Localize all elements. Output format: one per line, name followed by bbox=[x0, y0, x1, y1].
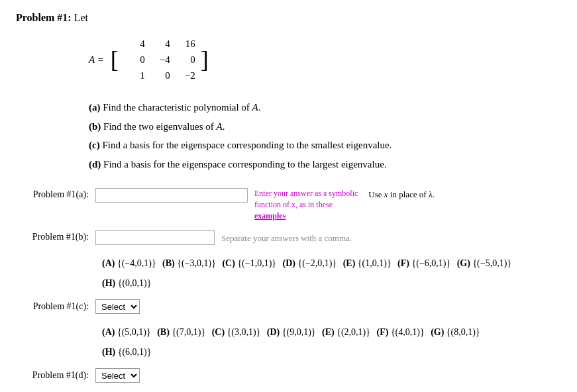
matrix-cell: 0 bbox=[182, 54, 195, 66]
problem-1a-row: Problem #1(a): Enter your answer as a sy… bbox=[16, 188, 561, 221]
choice-d-C: (C) {(3,0,1)} bbox=[212, 327, 261, 337]
part-d-desc: (d) Find a basis for the eigenspace corr… bbox=[89, 155, 561, 174]
problem-1c-label: Problem #1(c): bbox=[16, 301, 95, 312]
choices-c-section: (A) {(−4,0,1)} (B) {(−3,0,1)} (C) {(−1,0… bbox=[102, 254, 561, 293]
choice-d-H: (H) {(6,0,1)} bbox=[102, 347, 151, 357]
part-a-desc: (a) Find the characteristic polynomial o… bbox=[89, 98, 561, 117]
matrix-cell: 0 bbox=[132, 54, 145, 66]
problem-1a-content: Enter your answer as a symbolic function… bbox=[95, 188, 561, 221]
choice-c-A: (A) {(−4,0,1)} bbox=[102, 258, 156, 268]
part-c-desc: (c) Find a basis for the eigenspace corr… bbox=[89, 136, 561, 155]
problem-1d-select[interactable]: Select A B C D E F G H bbox=[95, 368, 140, 383]
problem-1b-input[interactable] bbox=[95, 230, 215, 245]
choice-c-B: (B) {(−3,0,1)} bbox=[162, 258, 216, 268]
choices-c-line2: (H) {(0,0,1)} bbox=[102, 274, 561, 293]
choices-d-line1: (A) {(5,0,1)} (B) {(7,0,1)} (C) {(3,0,1)… bbox=[102, 323, 561, 342]
bracket-left bbox=[111, 48, 119, 72]
choice-c-D: (D) {(−2,0,1)} bbox=[283, 258, 337, 268]
matrix-cell: −2 bbox=[182, 70, 195, 81]
problem-1a-hint: Enter your answer as a symbolic function… bbox=[254, 188, 358, 221]
part-b-desc: (b) Find the two eigenvalues of A. bbox=[89, 117, 561, 136]
problem-1b-label: Problem #1(b): bbox=[16, 230, 95, 242]
problem-1b-row: Problem #1(b): Separate your answers wit… bbox=[16, 230, 561, 245]
bracket-right bbox=[201, 48, 209, 72]
choice-c-H: (H) {(0,0,1)} bbox=[102, 278, 151, 288]
problem-1c-row: Problem #1(c): Select A B C D E F G H bbox=[16, 299, 561, 314]
matrix-cell: 16 bbox=[182, 38, 195, 50]
matrix-grid: 4 4 16 0 −4 0 1 0 −2 bbox=[120, 33, 199, 86]
separate-hint: Separate your answers with a comma. bbox=[221, 230, 352, 244]
parts-list: (a) Find the characteristic polynomial o… bbox=[89, 98, 561, 173]
examples-link[interactable]: examples bbox=[254, 211, 358, 222]
problem-1c-select[interactable]: Select A B C D E F G H bbox=[95, 299, 140, 314]
problem-title: Problem #1: Let bbox=[16, 12, 561, 24]
use-x-hint: Use x in place of λ. bbox=[368, 188, 435, 200]
hint-line1: Enter your answer as a symbolic bbox=[254, 188, 358, 199]
problem-1d-label: Problem #1(d): bbox=[16, 370, 95, 381]
choice-d-A: (A) {(5,0,1)} bbox=[102, 327, 151, 337]
matrix-label: A = bbox=[89, 54, 104, 66]
matrix-cell: 4 bbox=[157, 38, 170, 50]
choice-d-D: (D) {(9,0,1)} bbox=[267, 327, 316, 337]
choice-c-C: (C) {(−1,0,1)} bbox=[222, 258, 276, 268]
choices-c-line1: (A) {(−4,0,1)} (B) {(−3,0,1)} (C) {(−1,0… bbox=[102, 254, 561, 273]
choice-c-F: (F) {(−6,0,1)} bbox=[397, 258, 450, 268]
matrix-container: A = 4 4 16 0 −4 0 1 0 −2 bbox=[89, 33, 561, 86]
matrix-cell: −4 bbox=[157, 54, 170, 66]
choice-d-F: (F) {(4,0,1)} bbox=[376, 327, 424, 337]
matrix-cell: 0 bbox=[157, 70, 170, 81]
choice-c-E: (E) {(1,0,1)} bbox=[343, 258, 392, 268]
choice-d-G: (G) {(8,0,1)} bbox=[431, 327, 480, 337]
matrix-cell: 4 bbox=[132, 38, 145, 50]
hint-line2: function of x, as in these bbox=[254, 199, 358, 211]
problem-1d-row: Problem #1(d): Select A B C D E F G H bbox=[16, 368, 561, 383]
problem-1b-content: Separate your answers with a comma. bbox=[95, 230, 561, 245]
matrix-cell: 1 bbox=[132, 70, 145, 81]
choices-d-section: (A) {(5,0,1)} (B) {(7,0,1)} (C) {(3,0,1)… bbox=[102, 323, 561, 362]
choices-d-line2: (H) {(6,0,1)} bbox=[102, 343, 561, 362]
choice-d-E: (E) {(2,0,1)} bbox=[322, 327, 370, 337]
choice-d-B: (B) {(7,0,1)} bbox=[157, 327, 205, 337]
problem-1a-label: Problem #1(a): bbox=[16, 188, 95, 200]
problem-1a-input[interactable] bbox=[95, 188, 248, 203]
choice-c-G: (G) {(−5,0,1)} bbox=[457, 258, 511, 268]
